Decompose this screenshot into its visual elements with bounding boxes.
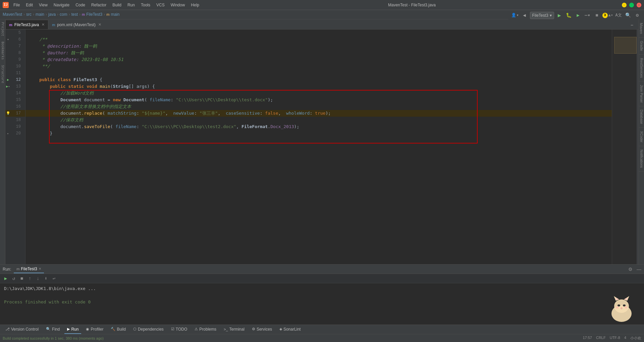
- settings-button[interactable]: ⚙: [633, 11, 641, 19]
- more-run-btn[interactable]: ⋯▾: [584, 11, 592, 19]
- breadcrumb-src[interactable]: src: [26, 12, 32, 17]
- left-sidebar: Project Bookmarks Structure: [0, 19, 5, 264]
- status-line-ending[interactable]: CRLF: [596, 336, 606, 341]
- code-line-12: public class FileTest3 {: [25, 76, 612, 83]
- project-panel-label[interactable]: Project: [0, 21, 5, 38]
- run-rerun-btn[interactable]: ↺: [10, 275, 17, 282]
- menu-code[interactable]: Code: [73, 2, 88, 8]
- code-line-5: [25, 30, 612, 36]
- right-panel-maven[interactable]: Maven: [639, 19, 644, 38]
- run-tab-filetest3[interactable]: m FileTest3 ✕: [14, 265, 44, 273]
- minimize-button[interactable]: －: [622, 3, 627, 7]
- run-button[interactable]: ▶: [555, 11, 564, 19]
- back-btn[interactable]: ◀: [521, 11, 529, 19]
- build-status: Build completed successfully in 1 sec, 3…: [3, 336, 104, 340]
- menu-file[interactable]: File: [11, 2, 22, 8]
- minimap-content: [612, 30, 639, 56]
- minimap[interactable]: [612, 30, 639, 264]
- search-button[interactable]: 🔍: [624, 11, 632, 19]
- run-down-btn[interactable]: ↓: [34, 275, 42, 282]
- code-line-11: [25, 70, 612, 76]
- code-line-8: * @author: 魏一鹤: [25, 50, 612, 56]
- bottom-tab-problems[interactable]: ⚠ Problems: [192, 325, 219, 334]
- menu-window[interactable]: Window: [168, 2, 188, 8]
- profile-btn[interactable]: 👤▾: [511, 11, 519, 19]
- bottom-tab-todo[interactable]: ☑ TODO: [168, 325, 190, 334]
- breadcrumb-java[interactable]: java: [48, 12, 56, 17]
- menu-navigate[interactable]: Navigate: [51, 2, 72, 8]
- status-encoding[interactable]: UTF-8: [610, 336, 620, 341]
- status-bar: Build completed successfully in 1 sec, 3…: [0, 334, 644, 342]
- run-scroll-btn[interactable]: ⬇: [42, 275, 50, 282]
- status-extra: 小小欢: [630, 336, 641, 341]
- todo-icon: ☑: [171, 327, 174, 331]
- bottom-tab-find[interactable]: 🔍 Find: [43, 325, 62, 334]
- breadcrumb-project[interactable]: MavenTest: [3, 12, 22, 17]
- minimap-scrollbar[interactable]: [637, 30, 639, 264]
- tab-filetest3-close[interactable]: ✕: [42, 22, 45, 27]
- menu-tools[interactable]: Tools: [138, 2, 153, 8]
- problems-icon: ⚠: [195, 327, 198, 331]
- breadcrumb: MavenTest › src › main › java › com › te…: [0, 10, 508, 19]
- debug-button[interactable]: 🐛: [565, 11, 573, 19]
- run-stop-btn[interactable]: ■: [18, 275, 25, 282]
- run-play-btn[interactable]: ▶: [2, 275, 9, 282]
- bottom-tab-sonarlint[interactable]: ◈ SonarLint: [277, 325, 303, 334]
- alert-area[interactable]: 3 ▲▾: [602, 13, 613, 18]
- menu-refactor[interactable]: Refactor: [89, 2, 109, 8]
- breadcrumb-com[interactable]: com: [60, 12, 67, 17]
- run-up-btn[interactable]: ↑: [26, 275, 34, 282]
- tab-filetest3[interactable]: m FileTest3.java ✕: [5, 20, 48, 29]
- run-config-dropdown[interactable]: FileTest3 ▾: [530, 12, 554, 19]
- coverage-button[interactable]: ▶: [574, 11, 582, 19]
- structure-label[interactable]: Structure: [0, 64, 5, 84]
- right-panel-gradle[interactable]: Gradle: [639, 38, 644, 55]
- code-line-13: public static void main(String[] args) {: [25, 83, 612, 90]
- breadcrumb-test[interactable]: test: [71, 12, 78, 17]
- bottom-tab-terminal[interactable]: >_ Terminal: [221, 325, 247, 334]
- run-wrap-btn[interactable]: ↩: [50, 275, 58, 282]
- status-indent[interactable]: 4: [624, 336, 626, 341]
- tab-pomxml[interactable]: m pom.xml (MavenTest) ✕: [48, 20, 105, 29]
- right-panel-notifications[interactable]: Notifications: [639, 146, 644, 171]
- right-panel-xcoder[interactable]: XCoder: [639, 128, 644, 146]
- tab-pomxml-close[interactable]: ✕: [98, 22, 101, 27]
- breadcrumb-method[interactable]: main: [111, 12, 119, 17]
- run-toolbar: ▶ ↺ ■ ↑ ↓ ⬇ ↩: [0, 274, 644, 283]
- translate-button[interactable]: A文: [614, 11, 623, 19]
- bottom-tab-versioncontrol[interactable]: ⎇ Version Control: [3, 325, 41, 334]
- bottom-tab-dependencies[interactable]: ⬡ Dependencies: [130, 325, 166, 334]
- run-panel: Run: m FileTest3 ✕ ⚙ — ▶ ↺ ■ ↑ ↓ ⬇ ↩ D:\…: [0, 264, 644, 325]
- menu-vcs[interactable]: VCS: [154, 2, 167, 8]
- breadcrumb-class[interactable]: FileTest3: [86, 12, 102, 17]
- menu-run[interactable]: Run: [125, 2, 138, 8]
- code-editor[interactable]: 5 ▾ 6 7 8: [5, 30, 639, 264]
- menu-help[interactable]: Help: [188, 2, 202, 8]
- close-button[interactable]: ✕: [637, 3, 641, 7]
- code-line-20: }: [25, 130, 612, 137]
- status-time[interactable]: 17:57: [583, 336, 592, 341]
- menu-edit[interactable]: Edit: [23, 2, 36, 8]
- menu-build[interactable]: Build: [110, 2, 124, 8]
- run-minimize-btn[interactable]: —: [637, 267, 641, 272]
- bottom-tab-build[interactable]: 🔨 Build: [108, 325, 128, 334]
- bottom-tab-run[interactable]: ▶ Run: [64, 325, 81, 334]
- bottom-tab-services[interactable]: ⚙ Services: [249, 325, 275, 334]
- build-icon: 🔨: [111, 327, 115, 331]
- right-panel-persistence[interactable]: RestServices: [639, 55, 644, 81]
- stop-button[interactable]: ■: [593, 11, 601, 19]
- maximize-button[interactable]: □: [629, 3, 634, 7]
- menu-view[interactable]: View: [36, 2, 50, 8]
- main-area: Project Bookmarks Structure m FileTest3.…: [0, 19, 644, 264]
- run-icon: ▶: [67, 327, 70, 331]
- run-tab-close[interactable]: ✕: [39, 267, 41, 271]
- right-panel-json[interactable]: Json Parser: [639, 81, 644, 106]
- bottom-tab-profiler[interactable]: ◉ Profiler: [83, 325, 106, 334]
- run-settings-btn[interactable]: ⚙: [628, 267, 633, 272]
- bookmarks-label[interactable]: Bookmarks: [0, 40, 5, 61]
- tab-more-btn[interactable]: ⋯: [628, 21, 636, 29]
- breadcrumb-main[interactable]: main: [36, 12, 44, 17]
- dependencies-icon: ⬡: [133, 327, 137, 331]
- code-content[interactable]: /** * @description: 魏一鹤 * @author: 魏一鹤 *…: [25, 30, 612, 264]
- right-panel-database[interactable]: Database: [639, 106, 644, 128]
